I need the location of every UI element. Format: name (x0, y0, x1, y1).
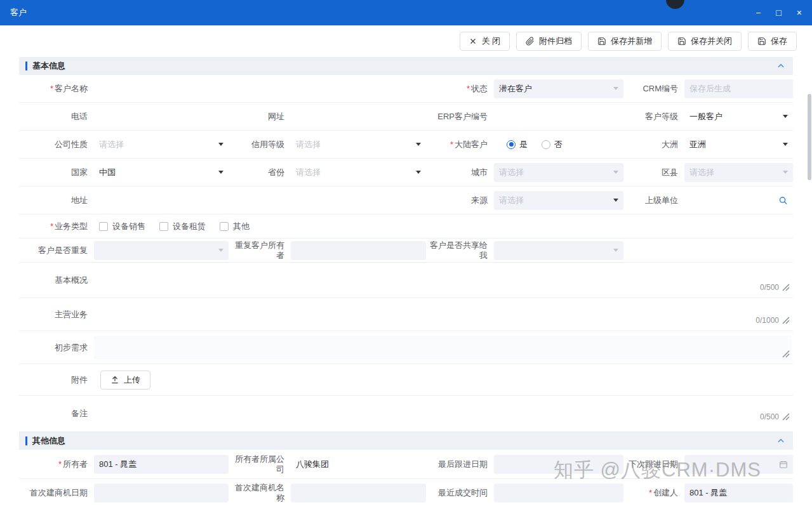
company-nature-select[interactable]: 请选择 (94, 135, 229, 154)
char-counter: 0/500 (760, 412, 779, 421)
form-row: 首次建商机日期 首次建商机名称 最近成交时间 *创建人 (19, 479, 793, 505)
paperclip-icon (526, 37, 535, 46)
attachment-label: 附件 (19, 375, 94, 385)
mainland-no-radio[interactable]: 否 (542, 139, 562, 150)
save-icon (677, 37, 686, 46)
form-row: *客户名称 *状态 潜在客户 CRM编号 (19, 75, 793, 103)
initial-demand-field (94, 336, 792, 360)
continent-label: 大洲 (623, 140, 684, 150)
business-type-option-equipment-sales[interactable]: 设备销售 (99, 221, 145, 232)
last-follow-date-input (494, 455, 623, 474)
first-opp-date-label: 首次建商机日期 (19, 488, 94, 498)
website-input[interactable] (291, 107, 426, 126)
save-and-close-button[interactable]: 保存并关闭 (668, 32, 742, 51)
collapse-section-button[interactable] (776, 62, 785, 70)
first-opp-name-input (291, 483, 426, 502)
mainland-label: *大陆客户 (426, 140, 494, 150)
continent-select[interactable]: 亚洲 (684, 135, 793, 154)
customer-name-field (94, 79, 426, 98)
archive-attachment-button[interactable]: 附件归档 (516, 32, 582, 51)
next-follow-date-input[interactable] (684, 455, 793, 474)
save-icon (757, 37, 766, 46)
close-button[interactable]: 关 闭 (460, 32, 510, 51)
source-select[interactable]: 请选择 (494, 191, 623, 210)
scrollbar-thumb[interactable] (808, 94, 811, 180)
form-row: 国家 中国 省份 请选择 城市 请选择 区县 请选择 (19, 159, 793, 187)
mainland-yes-radio[interactable]: 是 (507, 139, 528, 150)
minimize-icon[interactable]: − (755, 8, 761, 17)
creator-input[interactable] (684, 483, 793, 502)
resize-handle-icon[interactable] (782, 317, 790, 324)
city-label: 城市 (426, 167, 494, 178)
chevron-up-icon (776, 436, 785, 445)
erp-no-input[interactable] (494, 107, 623, 126)
caret-down-icon (613, 171, 618, 174)
char-counter: 0/500 (760, 283, 779, 292)
caret-down-icon (783, 143, 788, 146)
customer-name-label: *客户名称 (19, 84, 94, 94)
main-business-label: 主营业务 (19, 310, 94, 320)
remark-textarea[interactable] (94, 396, 793, 431)
initial-demand-textarea[interactable] (94, 336, 792, 360)
scrollbar-track[interactable] (808, 25, 811, 505)
owner-company-label: 所有者所属公司 (229, 454, 291, 475)
section-header-basic-info: 基本信息 (19, 57, 793, 75)
district-select[interactable]: 请选择 (684, 163, 793, 182)
address-input[interactable] (94, 191, 426, 210)
search-icon[interactable] (778, 195, 788, 205)
customer-level-select[interactable]: 一般客户 (684, 107, 793, 126)
main-business-textarea[interactable] (94, 298, 793, 331)
checkbox-icon (220, 222, 229, 231)
char-counter: 0/1000 (755, 316, 779, 325)
business-type-option-other[interactable]: 其他 (220, 221, 250, 232)
resize-handle-icon[interactable] (782, 284, 790, 291)
customer-name-input[interactable] (94, 79, 426, 98)
owner-company-input[interactable] (291, 455, 426, 474)
last-follow-date-label: 最后跟进日期 (426, 459, 494, 469)
collapse-section-button[interactable] (776, 436, 785, 445)
customer-level-label: 客户等级 (623, 112, 684, 122)
first-opp-name-label: 首次建商机名称 (229, 483, 291, 503)
province-select[interactable]: 请选择 (291, 163, 426, 182)
save-button[interactable]: 保存 (748, 32, 797, 51)
close-icon (469, 37, 477, 45)
caret-down-icon (613, 199, 618, 202)
country-select[interactable]: 中国 (94, 163, 229, 182)
form-row: 备注 0/500 (19, 396, 793, 432)
caret-down-icon (218, 249, 223, 252)
business-type-option-equipment-lease[interactable]: 设备租赁 (159, 221, 206, 232)
maximize-icon[interactable]: □ (776, 8, 781, 17)
upload-button[interactable]: 上传 (100, 371, 150, 390)
province-label: 省份 (229, 167, 291, 178)
status-select[interactable]: 潜在客户 (494, 79, 623, 98)
erp-no-label: ERP客户编号 (426, 112, 494, 122)
status-label: *状态 (426, 84, 494, 94)
city-select[interactable]: 请选择 (494, 163, 623, 182)
form-row: 初步需求 (19, 331, 793, 364)
first-opp-date-input (94, 483, 229, 502)
initial-demand-label: 初步需求 (19, 343, 94, 353)
resize-handle-icon[interactable] (782, 413, 790, 421)
last-deal-time-input (494, 483, 623, 502)
caret-down-icon (613, 87, 618, 90)
next-follow-date-label: 下次跟进日期 (623, 459, 684, 469)
form-row: 基本概况 0/500 (19, 263, 793, 298)
upload-icon (110, 376, 119, 384)
owner-input[interactable] (94, 455, 229, 474)
form-row: *所有者 所有者所属公司 最后跟进日期 下次跟进日期 (19, 450, 793, 479)
close-window-icon[interactable]: × (797, 8, 802, 17)
website-label: 网址 (229, 112, 291, 122)
caret-down-icon (218, 171, 223, 174)
credit-level-select[interactable]: 请选择 (291, 135, 426, 154)
save-and-new-button[interactable]: 保存并新增 (588, 32, 662, 51)
calendar-icon[interactable] (779, 460, 788, 469)
crm-no-input[interactable] (684, 79, 793, 98)
caret-down-icon (218, 143, 223, 146)
resize-handle-icon[interactable] (782, 350, 790, 358)
action-toolbar: 关 闭 附件归档 保存并新增 保存并关闭 保存 (0, 25, 812, 57)
form-row: 客户是否重复 重复客户所有者 客户是否共享给我 (19, 239, 793, 263)
phone-input[interactable] (94, 107, 229, 126)
parent-unit-input[interactable] (684, 191, 793, 210)
overview-textarea[interactable] (94, 263, 793, 298)
company-nature-label: 公司性质 (19, 140, 94, 150)
